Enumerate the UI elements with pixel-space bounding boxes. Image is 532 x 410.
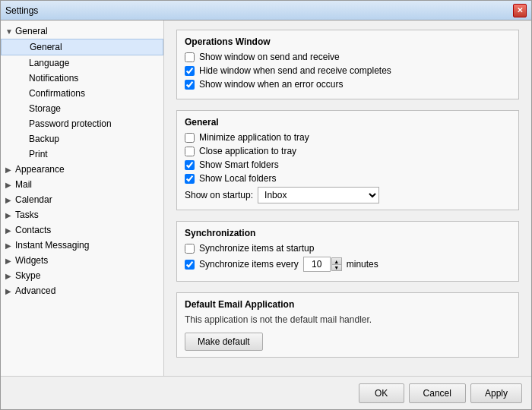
checkbox-row-close: Close application to tray — [185, 146, 511, 156]
sidebar-item-backup[interactable]: Backup — [1, 131, 163, 147]
show-error-label: Show window when an error occurs — [199, 79, 343, 90]
sync-every-label: Synchronize items every — [199, 259, 299, 270]
sidebar-label-general-child: General — [30, 42, 62, 52]
sidebar-label-appearance: Appearance — [15, 164, 65, 175]
close-button[interactable]: ✕ — [513, 4, 527, 17]
local-folders-label: Show Local folders — [199, 173, 276, 184]
right-triangle-icon — [5, 166, 13, 174]
not-default-text: This application is not the default mail… — [185, 314, 511, 325]
right-triangle-icon — [5, 257, 13, 265]
general-section: General Minimize application to tray Clo… — [176, 110, 519, 210]
general-section-title: General — [185, 117, 511, 128]
minutes-label: minutes — [347, 259, 378, 270]
hide-window-label: Hide window when send and receive comple… — [199, 65, 391, 76]
sidebar-item-confirmations[interactable]: Confirmations — [1, 86, 163, 101]
sidebar-item-notifications[interactable]: Notifications — [1, 71, 163, 86]
sidebar-item-storage[interactable]: Storage — [1, 101, 163, 116]
sidebar-item-instant-messaging[interactable]: Instant Messaging — [1, 238, 163, 253]
settings-dialog: Settings ✕ GeneralGeneralLanguageNotific… — [0, 0, 532, 410]
local-folders-checkbox[interactable] — [185, 174, 195, 184]
default-email-title: Default Email Application — [185, 299, 511, 310]
cancel-button[interactable]: Cancel — [409, 383, 466, 403]
sidebar-label-tasks: Tasks — [15, 210, 39, 220]
smart-folders-label: Show Smart folders — [199, 159, 279, 170]
ok-button[interactable]: OK — [359, 383, 404, 403]
apply-button[interactable]: Apply — [470, 383, 522, 403]
right-triangle-icon — [5, 181, 13, 189]
sidebar-item-print[interactable]: Print — [1, 147, 163, 162]
show-window-checkbox[interactable] — [185, 52, 195, 62]
main-content: GeneralGeneralLanguageNotificationsConfi… — [1, 20, 531, 376]
sync-startup-checkbox[interactable] — [185, 244, 195, 254]
dialog-title: Settings — [5, 5, 38, 16]
sidebar-label-print: Print — [29, 149, 48, 159]
sidebar-label-advanced: Advanced — [15, 285, 55, 296]
sidebar-label-instant-messaging: Instant Messaging — [15, 240, 89, 251]
sidebar-item-skype[interactable]: Skype — [1, 268, 163, 283]
sidebar-item-password-protection[interactable]: Password protection — [1, 116, 163, 131]
sidebar-item-language[interactable]: Language — [1, 55, 163, 71]
close-tray-checkbox[interactable] — [185, 147, 195, 156]
sidebar-item-calendar[interactable]: Calendar — [1, 192, 163, 207]
show-window-label: Show window on send and receive — [199, 52, 340, 62]
close-tray-label: Close application to tray — [199, 146, 296, 156]
sidebar-label-confirmations: Confirmations — [29, 88, 85, 99]
checkbox-row-hide-window: Hide window when send and receive comple… — [185, 65, 511, 76]
sidebar-label-storage: Storage — [29, 103, 61, 114]
sidebar-item-advanced[interactable]: Advanced — [1, 283, 163, 298]
minimize-tray-checkbox[interactable] — [185, 133, 195, 143]
spinner: ▲ ▼ — [331, 257, 342, 271]
spinner-up[interactable]: ▲ — [331, 257, 342, 264]
operations-window-title: Operations Window — [185, 36, 511, 47]
titlebar: Settings ✕ — [1, 1, 531, 20]
sidebar-label-backup: Backup — [29, 134, 59, 144]
sync-title: Synchronization — [185, 228, 511, 238]
sidebar-label-general-parent: General — [15, 26, 48, 36]
startup-select[interactable]: Inbox Smart Folders Local Folders Last U… — [258, 187, 379, 203]
operations-window-section: Operations Window Show window on send an… — [176, 30, 519, 99]
sidebar-label-widgets: Widgets — [15, 255, 48, 266]
sidebar-item-tasks[interactable]: Tasks — [1, 207, 163, 222]
checkbox-row-show-error: Show window when an error occurs — [185, 79, 511, 90]
sidebar-label-calendar: Calendar — [15, 194, 52, 205]
startup-row: Show on startup: Inbox Smart Folders Loc… — [185, 187, 511, 203]
show-error-checkbox[interactable] — [185, 80, 195, 90]
sidebar-label-language: Language — [29, 58, 69, 68]
checkbox-row-local: Show Local folders — [185, 173, 511, 184]
sidebar-item-general-parent[interactable]: General — [1, 24, 163, 39]
sidebar: GeneralGeneralLanguageNotificationsConfi… — [1, 20, 164, 376]
checkbox-row-minimize: Minimize application to tray — [185, 132, 511, 143]
right-panel: Operations Window Show window on send an… — [164, 20, 531, 376]
right-triangle-icon — [5, 241, 13, 250]
sidebar-label-contacts: Contacts — [15, 225, 51, 235]
right-triangle-icon — [5, 211, 13, 219]
sidebar-item-mail[interactable]: Mail — [1, 177, 163, 192]
hide-window-checkbox[interactable] — [185, 66, 195, 76]
sidebar-item-contacts[interactable]: Contacts — [1, 222, 163, 238]
sidebar-item-widgets[interactable]: Widgets — [1, 253, 163, 268]
minimize-tray-label: Minimize application to tray — [199, 132, 309, 143]
right-triangle-icon — [5, 226, 13, 235]
right-triangle-icon — [5, 287, 13, 295]
sidebar-item-appearance[interactable]: Appearance — [1, 162, 163, 177]
spinner-down[interactable]: ▼ — [331, 264, 342, 271]
sidebar-label-notifications: Notifications — [29, 73, 78, 84]
sync-row-every: Synchronize items every ▲ ▼ minutes — [185, 257, 511, 272]
minutes-input[interactable] — [303, 257, 331, 272]
footer: OK Cancel Apply — [1, 376, 531, 409]
startup-label: Show on startup: — [185, 190, 253, 200]
sidebar-item-general-child[interactable]: General — [1, 39, 163, 55]
minutes-input-wrap: ▲ ▼ minutes — [303, 257, 378, 272]
sync-startup-label: Synchronize items at startup — [199, 243, 314, 254]
sidebar-label-skype: Skype — [15, 270, 40, 281]
sync-every-checkbox[interactable] — [185, 260, 195, 270]
down-triangle-icon — [5, 27, 13, 36]
sidebar-label-password-protection: Password protection — [29, 118, 112, 129]
default-email-section: Default Email Application This applicati… — [176, 292, 519, 358]
smart-folders-checkbox[interactable] — [185, 160, 195, 170]
right-triangle-icon — [5, 272, 13, 280]
synchronization-section: Synchronization Synchronize items at sta… — [176, 221, 519, 282]
make-default-button[interactable]: Make default — [185, 333, 263, 351]
checkbox-row-show-window: Show window on send and receive — [185, 52, 511, 62]
checkbox-row-smart: Show Smart folders — [185, 159, 511, 170]
